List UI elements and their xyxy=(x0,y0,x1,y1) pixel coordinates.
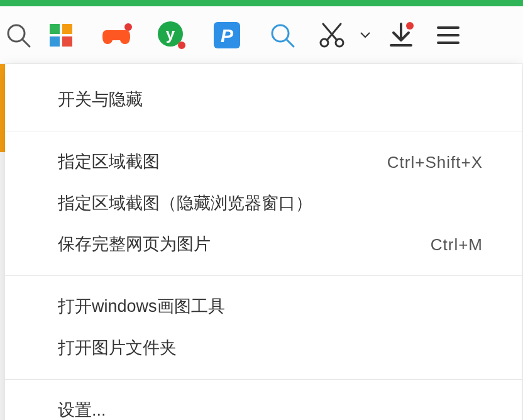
p-app-button[interactable]: P xyxy=(199,6,255,64)
p-tile-icon: P xyxy=(212,21,241,50)
orange-strip xyxy=(0,64,5,152)
search-circle-icon xyxy=(268,21,296,49)
screenshot-dropdown-menu: 开关与隐藏 指定区域截图 Ctrl+Shift+X 指定区域截图（隐藏浏览器窗口… xyxy=(5,64,522,420)
scissors-icon xyxy=(318,21,346,49)
download-icon xyxy=(386,20,416,50)
menu-item-capture-area[interactable]: 指定区域截图 Ctrl+Shift+X xyxy=(5,141,522,183)
menu-label: 保存完整网页为图片 xyxy=(58,233,211,257)
y-app-button[interactable]: y xyxy=(144,6,199,64)
menu-item-settings[interactable]: 设置... xyxy=(5,390,522,420)
svg-line-1 xyxy=(23,40,30,47)
download-button[interactable] xyxy=(377,6,426,64)
windows-tiles-icon xyxy=(47,21,75,49)
menu-shortcut: Ctrl+Shift+X xyxy=(387,151,483,174)
menu-label: 打开windows画图工具 xyxy=(58,295,225,319)
menu-item-open-folder[interactable]: 打开图片文件夹 xyxy=(5,328,522,369)
svg-line-13 xyxy=(287,40,294,47)
menu-group-3: 打开windows画图工具 打开图片文件夹 xyxy=(5,282,522,373)
menu-button[interactable] xyxy=(426,6,471,64)
svg-rect-2 xyxy=(50,24,60,34)
svg-text:y: y xyxy=(166,25,175,43)
menu-item-toggle-hide[interactable]: 开关与隐藏 xyxy=(5,79,522,121)
svg-rect-4 xyxy=(50,36,60,47)
svg-text:P: P xyxy=(221,25,234,46)
menu-group-2: 指定区域截图 Ctrl+Shift+X 指定区域截图（隐藏浏览器窗口） 保存完整… xyxy=(5,138,522,269)
menu-label: 打开图片文件夹 xyxy=(58,336,177,360)
menu-item-save-full-page[interactable]: 保存完整网页为图片 Ctrl+M xyxy=(5,224,522,265)
screenshot-button[interactable] xyxy=(310,6,354,64)
menu-shortcut: Ctrl+M xyxy=(431,233,483,256)
hamburger-icon xyxy=(436,25,461,46)
toolbar: y P xyxy=(0,6,523,64)
svg-point-6 xyxy=(124,23,132,31)
search2-button[interactable] xyxy=(255,6,310,64)
games-button[interactable] xyxy=(89,6,144,64)
svg-rect-5 xyxy=(62,36,72,47)
menu-divider xyxy=(5,275,522,276)
menu-label: 开关与隐藏 xyxy=(58,88,143,112)
gamepad-icon xyxy=(100,21,133,49)
search-button[interactable] xyxy=(3,6,33,64)
menu-label: 指定区域截图（隐藏浏览器窗口） xyxy=(58,192,312,216)
menu-divider xyxy=(5,131,522,131)
menu-label: 指定区域截图 xyxy=(58,150,160,174)
y-circle-icon: y xyxy=(157,20,187,50)
menu-label: 设置... xyxy=(58,399,106,420)
window-top-accent xyxy=(0,0,523,6)
menu-item-open-paint[interactable]: 打开windows画图工具 xyxy=(5,286,522,328)
svg-point-20 xyxy=(406,22,414,30)
search-icon xyxy=(4,21,32,49)
svg-point-9 xyxy=(178,41,185,49)
svg-rect-3 xyxy=(62,24,72,34)
chevron-down-icon xyxy=(360,31,371,39)
screenshot-dropdown[interactable] xyxy=(354,6,377,64)
apps-button[interactable] xyxy=(33,6,89,64)
menu-group-4: 设置... 如何使用截图 xyxy=(5,386,522,420)
menu-item-capture-area-hidden[interactable]: 指定区域截图（隐藏浏览器窗口） xyxy=(5,183,522,224)
menu-divider xyxy=(5,379,522,380)
menu-group-1: 开关与隐藏 xyxy=(5,75,522,124)
